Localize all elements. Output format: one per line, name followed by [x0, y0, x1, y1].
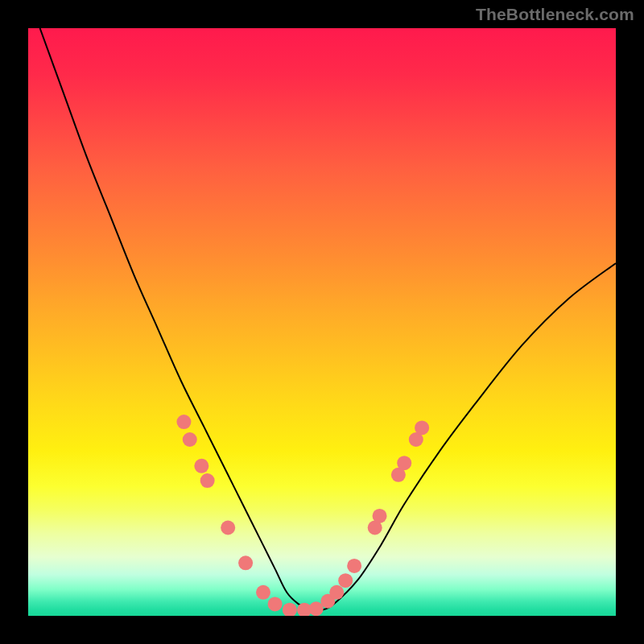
- curve-svg: [28, 28, 616, 616]
- marker-group: [176, 415, 429, 616]
- data-marker: [397, 456, 411, 470]
- bottleneck-curve-path: [40, 28, 616, 611]
- chart-frame: TheBottleneck.com: [0, 0, 644, 644]
- data-marker: [373, 509, 387, 523]
- data-marker: [347, 559, 361, 573]
- plot-area: [28, 28, 616, 616]
- data-marker: [176, 415, 191, 429]
- data-marker: [329, 585, 344, 600]
- data-marker: [183, 432, 197, 447]
- data-marker: [194, 459, 208, 473]
- data-marker: [338, 573, 353, 588]
- data-marker: [415, 420, 429, 435]
- data-marker: [238, 555, 253, 570]
- data-marker: [283, 603, 297, 616]
- data-marker: [268, 597, 283, 611]
- data-marker: [200, 473, 215, 488]
- watermark-text: TheBottleneck.com: [476, 5, 634, 24]
- data-marker: [256, 585, 270, 600]
- data-marker: [221, 521, 235, 535]
